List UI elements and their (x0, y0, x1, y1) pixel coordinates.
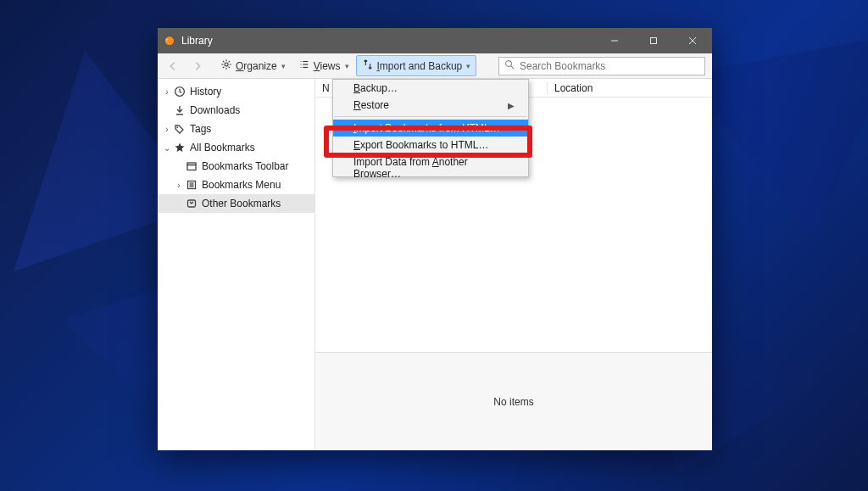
import-backup-button[interactable]: Import and Backup ▾ (356, 55, 477, 76)
search-icon (504, 59, 515, 72)
sidebar-label: Other Bookmarks (202, 198, 281, 209)
sidebar-label: Downloads (190, 104, 240, 116)
menu-restore[interactable]: Restore ▶ (333, 97, 528, 114)
minimize-button[interactable] (595, 28, 634, 53)
sidebar-label: All Bookmarks (190, 142, 255, 153)
svg-point-23 (176, 126, 178, 128)
search-field[interactable] (498, 57, 705, 75)
sidebar-label: History (190, 86, 221, 98)
close-button[interactable] (673, 28, 712, 53)
sidebar-label: Bookmarks Menu (202, 179, 281, 191)
svg-line-12 (229, 61, 230, 62)
svg-line-13 (223, 67, 224, 68)
chevron-down-icon: ▾ (281, 62, 286, 70)
views-label: Views (314, 60, 341, 72)
firefox-icon (158, 35, 181, 47)
svg-rect-25 (187, 165, 196, 170)
svg-point-5 (225, 63, 228, 66)
empty-label: No items (493, 396, 533, 408)
chevron-right-icon: › (173, 179, 185, 191)
tag-icon (173, 122, 186, 136)
sidebar-item-bookmarks-menu[interactable]: › Bookmarks Menu (158, 176, 314, 194)
download-icon (173, 103, 186, 117)
sidebar-label: Bookmarks Toolbar (202, 160, 289, 172)
maximize-button[interactable] (634, 28, 673, 53)
svg-rect-2 (651, 38, 657, 44)
back-button[interactable] (161, 57, 185, 75)
chevron-right-icon: › (161, 123, 173, 135)
svg-line-11 (229, 67, 230, 68)
library-window: Library Organize ▾ (158, 28, 712, 450)
menu-export-html[interactable]: Export Bookmarks to HTML… (333, 137, 528, 153)
titlebar: Library (158, 28, 712, 53)
clock-icon (173, 85, 186, 98)
sidebar-item-bookmarks-toolbar[interactable]: Bookmarks Toolbar (158, 157, 314, 176)
list-icon (298, 59, 310, 73)
organize-label: Organize (236, 60, 277, 72)
import-backup-label: Import and Backup (377, 60, 463, 72)
menu-label: Backup… (353, 82, 398, 94)
chevron-right-icon: › (161, 86, 173, 98)
menu-separator (335, 116, 526, 117)
import-export-icon (362, 59, 374, 73)
sidebar-item-history[interactable]: › History (158, 82, 314, 101)
submenu-arrow-icon: ▶ (508, 101, 515, 110)
forward-button[interactable] (186, 57, 209, 75)
svg-point-20 (506, 61, 512, 67)
column-location[interactable]: Location (548, 82, 593, 94)
menu-label: Export Bookmarks to HTML… (353, 139, 488, 151)
bookmark-other-icon (185, 197, 198, 210)
gear-icon (220, 59, 232, 73)
chevron-down-icon: ⌄ (161, 142, 173, 153)
toolbar: Organize ▾ Views ▾ Import and Backup ▾ (158, 53, 712, 79)
sidebar: › History Downloads › Tags ⌄ (158, 79, 315, 450)
views-button[interactable]: Views ▾ (292, 55, 355, 76)
sidebar-item-other-bookmarks[interactable]: Other Bookmarks (158, 194, 314, 213)
svg-line-10 (223, 61, 224, 62)
star-icon (173, 141, 186, 154)
sidebar-item-tags[interactable]: › Tags (158, 120, 314, 138)
menu-label: Import Bookmarks from HTML… (353, 122, 500, 134)
import-backup-menu: Backup… Restore ▶ Import Bookmarks from … (332, 79, 529, 177)
menu-backup[interactable]: Backup… (333, 80, 528, 97)
chevron-down-icon: ▾ (466, 62, 470, 70)
detail-panel: No items (315, 352, 712, 450)
organize-button[interactable]: Organize ▾ (214, 55, 292, 76)
svg-line-21 (511, 66, 514, 69)
window-title: Library (181, 35, 213, 47)
bookmark-menu-icon (185, 178, 198, 192)
sidebar-item-all-bookmarks[interactable]: ⌄ All Bookmarks (158, 138, 314, 157)
menu-label: Import Data from Another Browser… (353, 156, 515, 180)
sidebar-item-downloads[interactable]: Downloads (158, 101, 314, 120)
menu-import-html[interactable]: Import Bookmarks from HTML… (333, 120, 528, 137)
menu-label: Restore (353, 99, 389, 111)
search-input[interactable] (520, 60, 699, 72)
sidebar-label: Tags (190, 123, 211, 135)
bookmark-folder-icon (185, 159, 198, 173)
chevron-down-icon: ▾ (345, 62, 349, 70)
menu-import-browser[interactable]: Import Data from Another Browser… (333, 159, 528, 176)
